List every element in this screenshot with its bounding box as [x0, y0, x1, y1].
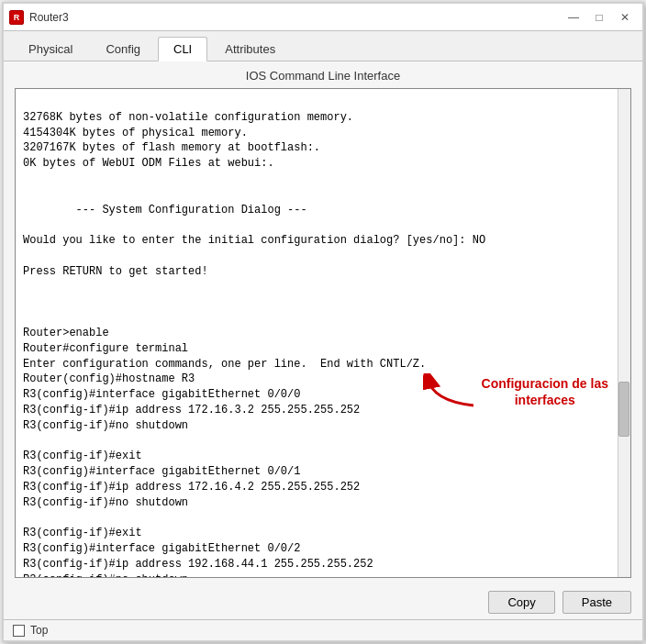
annotation-overlay: Configuracion de las interfaces	[423, 373, 608, 410]
tab-attributes[interactable]: Attributes	[209, 37, 291, 61]
bottom-bar: Copy Paste	[4, 585, 642, 619]
app-icon-letter: R	[14, 13, 20, 22]
window-title: Router3	[29, 11, 69, 24]
tab-physical[interactable]: Physical	[13, 37, 88, 61]
tab-bar: Physical Config CLI Attributes	[4, 31, 642, 61]
top-checkbox[interactable]	[13, 625, 25, 637]
app-icon: R	[9, 10, 24, 25]
status-bar: Top	[4, 619, 642, 640]
tab-config[interactable]: Config	[90, 37, 156, 61]
cli-heading: IOS Command Line Interface	[15, 69, 631, 83]
main-window: R Router3 — □ ✕ Physical Config CLI Attr…	[2, 2, 644, 642]
annotation-arrow-icon	[423, 373, 478, 410]
title-bar: R Router3 — □ ✕	[4, 4, 642, 31]
title-bar-left: R Router3	[9, 10, 69, 25]
copy-button[interactable]: Copy	[488, 591, 554, 614]
annotation-text: Configuracion de las interfaces	[482, 375, 608, 408]
title-controls: — □ ✕	[562, 8, 637, 27]
close-button[interactable]: ✕	[613, 8, 637, 27]
maximize-button[interactable]: □	[587, 8, 611, 27]
scrollbar-track[interactable]	[618, 89, 630, 577]
paste-button[interactable]: Paste	[562, 591, 631, 614]
terminal-output[interactable]: 32768K bytes of non-volatile configurati…	[16, 89, 630, 577]
top-label: Top	[30, 624, 48, 637]
content-area: IOS Command Line Interface 32768K bytes …	[4, 61, 642, 585]
tab-cli[interactable]: CLI	[158, 37, 207, 61]
terminal-wrapper: 32768K bytes of non-volatile configurati…	[15, 88, 631, 578]
scrollbar-thumb[interactable]	[618, 382, 629, 437]
minimize-button[interactable]: —	[562, 8, 585, 27]
arrow-svg	[423, 373, 478, 410]
terminal-text-static: 32768K bytes of non-volatile configurati…	[23, 111, 485, 577]
